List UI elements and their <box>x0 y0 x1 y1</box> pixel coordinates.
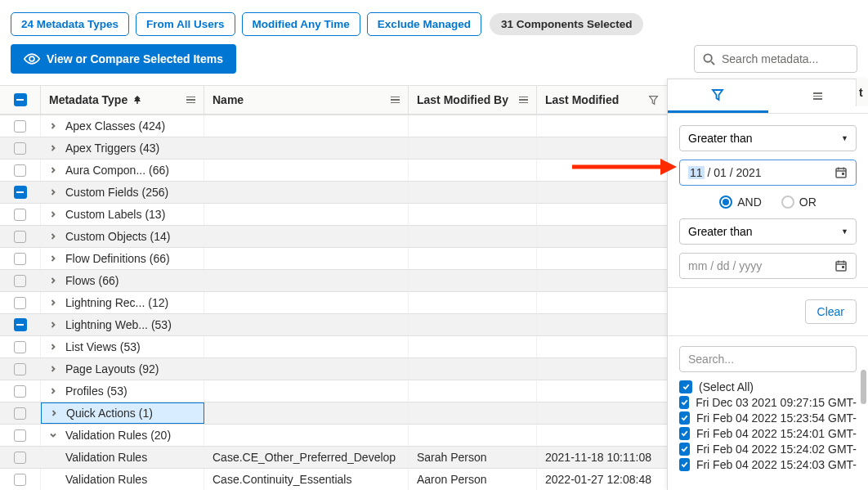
chevron-right-icon[interactable] <box>50 409 58 417</box>
row-checkbox-cell <box>0 248 41 269</box>
operator-select-2[interactable]: Greater than <box>679 218 857 245</box>
column-menu-icon[interactable] <box>519 97 528 104</box>
panel-list-item[interactable]: Fri Feb 04 2022 15:24:01 GMT- <box>679 425 857 441</box>
chevron-down-icon[interactable] <box>49 431 57 439</box>
chevron-right-icon[interactable] <box>49 387 57 395</box>
filter-time[interactable]: Modified Any Time <box>242 12 360 36</box>
checkbox-empty[interactable] <box>14 452 26 464</box>
row-type-count: (20) <box>150 429 171 442</box>
checkbox-empty[interactable] <box>14 209 26 221</box>
panel-list-item[interactable]: Fri Feb 04 2022 15:23:54 GMT- <box>679 410 857 425</box>
checkbox-checked[interactable] <box>679 380 692 393</box>
panel-tab-filter[interactable] <box>668 79 768 113</box>
panel-list-item[interactable]: Fri Feb 04 2022 15:24:02 GMT- <box>679 441 857 456</box>
row-type-cell[interactable]: Validation Rules <box>41 469 204 490</box>
operator-select-2-wrap: Greater than <box>679 218 857 245</box>
filter-users[interactable]: From All Users <box>136 12 235 36</box>
clear-button[interactable]: Clear <box>805 299 857 324</box>
chevron-right-icon[interactable] <box>49 210 57 218</box>
row-last-modified-cell <box>537 204 667 225</box>
radio-and[interactable]: AND <box>719 196 762 209</box>
column-menu-icon[interactable] <box>186 97 195 104</box>
filter-metadata-types[interactable]: 24 Metadata Types <box>11 12 129 36</box>
panel-list-item[interactable]: Fri Feb 04 2022 15:24:03 GMT- <box>679 456 857 472</box>
column-menu-icon[interactable] <box>391 97 400 104</box>
calendar-icon[interactable] <box>834 166 848 179</box>
chevron-right-icon[interactable] <box>49 254 57 263</box>
row-type-cell[interactable]: Custom Objects(14) <box>41 226 204 247</box>
checkbox-empty[interactable] <box>14 120 26 133</box>
header-last-modified[interactable]: Last Modified <box>537 86 667 114</box>
checkbox-empty[interactable] <box>14 341 26 353</box>
radio-or[interactable]: OR <box>781 196 817 209</box>
filter-managed[interactable]: Exclude Managed <box>367 12 481 36</box>
checkbox-empty[interactable] <box>14 231 26 243</box>
checkbox-indeterminate[interactable] <box>14 186 27 199</box>
chevron-right-icon[interactable] <box>49 321 57 329</box>
checkbox-empty[interactable] <box>14 385 26 398</box>
checkbox-checked[interactable] <box>679 427 690 440</box>
row-type-count: (424) <box>139 119 166 133</box>
filter-active-icon[interactable] <box>648 95 659 106</box>
checkbox-indeterminate[interactable] <box>14 318 27 331</box>
row-type-cell[interactable]: List Views(53) <box>41 336 204 357</box>
panel-tab-columns[interactable] <box>768 79 869 113</box>
checkbox-checked[interactable] <box>679 458 690 471</box>
row-type-label: Flows(66) <box>65 274 119 287</box>
chevron-right-icon[interactable] <box>49 299 57 307</box>
row-type-cell[interactable]: Page Layouts(92) <box>41 358 204 380</box>
operator-select-1[interactable]: Greater than <box>679 125 857 151</box>
checkbox-empty[interactable] <box>14 297 26 309</box>
row-type-cell[interactable]: Lightning Rec...(12) <box>41 292 204 313</box>
header-checkbox-indeterminate[interactable] <box>14 93 27 106</box>
checkbox-empty[interactable] <box>14 474 26 486</box>
date-input-1[interactable]: 11 / 01 / 2021 <box>679 160 857 186</box>
checkbox-empty[interactable] <box>14 253 26 265</box>
checkbox-empty[interactable] <box>14 164 26 177</box>
chevron-right-icon[interactable] <box>49 144 57 152</box>
checkbox-empty[interactable] <box>14 429 26 442</box>
header-name[interactable]: Name <box>204 86 409 114</box>
row-name-cell <box>204 160 409 181</box>
view-compare-button[interactable]: View or Compare Selected Items <box>11 44 236 74</box>
chevron-right-icon[interactable] <box>49 122 57 130</box>
row-type-cell[interactable]: Lightning Web...(53) <box>41 314 204 335</box>
chevron-right-icon[interactable] <box>49 365 57 373</box>
calendar-icon[interactable] <box>834 259 848 272</box>
panel-scrollbar[interactable] <box>861 370 866 404</box>
header-modified-by[interactable]: Last Modified By <box>409 86 537 114</box>
checkbox-checked[interactable] <box>679 396 689 409</box>
header-name-label: Name <box>213 93 244 106</box>
checkbox-checked[interactable] <box>679 443 690 456</box>
svg-rect-7 <box>843 168 845 170</box>
chevron-right-icon[interactable] <box>49 343 57 351</box>
row-type-cell[interactable]: Profiles(53) <box>41 380 204 402</box>
chevron-right-icon[interactable] <box>49 232 57 241</box>
panel-search-input[interactable] <box>679 346 857 372</box>
row-type-cell[interactable]: Flow Definitions(66) <box>41 248 204 269</box>
chevron-right-icon[interactable] <box>49 166 57 174</box>
checkbox-empty[interactable] <box>14 363 26 375</box>
row-checkbox-cell <box>0 447 41 468</box>
row-type-cell[interactable]: Quick Actions(1) <box>41 402 204 424</box>
checkbox-empty[interactable] <box>14 275 26 287</box>
checkbox-checked[interactable] <box>679 411 690 425</box>
panel-list-item[interactable]: (Select All) <box>679 379 857 394</box>
chevron-right-icon[interactable] <box>49 276 57 285</box>
search-metadata-input[interactable] <box>722 52 848 65</box>
date-input-2[interactable]: mm / dd / yyyy <box>679 253 857 279</box>
chevron-right-icon[interactable] <box>49 188 57 196</box>
search-metadata-box[interactable] <box>694 45 857 73</box>
panel-list-item[interactable]: Fri Dec 03 2021 09:27:15 GMT- <box>679 394 857 410</box>
row-type-cell[interactable]: Custom Fields(256) <box>41 182 204 203</box>
row-type-cell[interactable]: Custom Labels(13) <box>41 204 204 225</box>
checkbox-empty[interactable] <box>14 407 26 420</box>
row-type-cell[interactable]: Validation Rules <box>41 447 204 468</box>
row-type-cell[interactable]: Apex Classes(424) <box>41 115 204 137</box>
row-type-cell[interactable]: Validation Rules(20) <box>41 425 204 446</box>
header-metadata-type[interactable]: Metadata Type <box>41 86 204 114</box>
row-type-cell[interactable]: Flows(66) <box>41 270 204 291</box>
row-type-cell[interactable]: Aura Compon...(66) <box>41 160 204 181</box>
checkbox-empty[interactable] <box>14 142 26 155</box>
row-type-cell[interactable]: Apex Triggers(43) <box>41 137 204 159</box>
